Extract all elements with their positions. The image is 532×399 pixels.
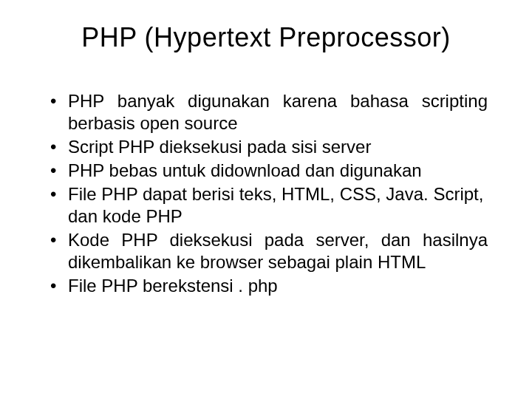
list-item: • Kode PHP dieksekusi pada server, dan h… [50,229,488,273]
list-item: • File PHP berekstensi . php [50,275,488,297]
list-item: • PHP banyak digunakan karena bahasa scr… [50,90,488,134]
bullet-text: File PHP dapat berisi teks, HTML, CSS, J… [68,184,483,226]
list-item: • PHP bebas untuk didownload dan digunak… [50,160,488,182]
bullet-text: Kode PHP dieksekusi pada server, dan has… [68,230,488,272]
bullet-dot: • [50,160,56,182]
bullet-dot: • [50,229,56,251]
bullet-text: File PHP berekstensi . php [68,276,278,296]
list-item: • Script PHP dieksekusi pada sisi server [50,136,488,158]
bullet-dot: • [50,136,56,158]
bullet-dot: • [50,183,56,205]
bullet-list: • PHP banyak digunakan karena bahasa scr… [44,90,488,297]
bullet-dot: • [50,90,56,112]
bullet-text: PHP bebas untuk didownload dan digunakan [68,160,422,180]
bullet-text: Script PHP dieksekusi pada sisi server [68,137,371,157]
bullet-text: PHP banyak digunakan karena bahasa scrip… [68,91,488,133]
list-item: • File PHP dapat berisi teks, HTML, CSS,… [50,183,488,228]
slide-title: PHP (Hypertext Preprocessor) [44,22,488,53]
bullet-dot: • [50,275,56,297]
